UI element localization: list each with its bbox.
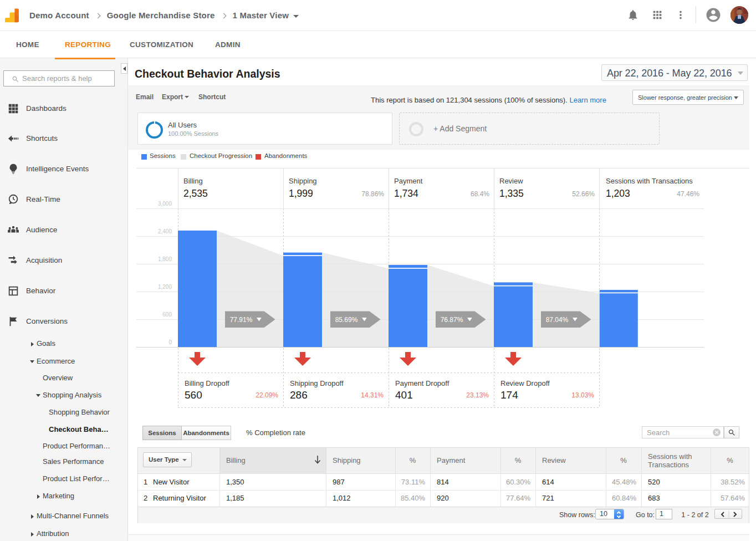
svg-text:0: 0 [168, 339, 172, 345]
svg-text:Billing Dropoff: Billing Dropoff [185, 379, 229, 387]
svg-text:Payment Dropoff: Payment Dropoff [395, 379, 449, 387]
svg-text:85.69%: 85.69% [335, 316, 358, 324]
svg-text:1,203: 1,203 [606, 188, 630, 199]
svg-text:3,000: 3,000 [158, 201, 172, 207]
svg-text:Review Dropoff: Review Dropoff [500, 379, 550, 387]
svg-text:77.91%: 77.91% [230, 316, 253, 324]
svg-text:78.86%: 78.86% [361, 190, 384, 198]
svg-text:23.13%: 23.13% [466, 391, 489, 399]
svg-text:22.09%: 22.09% [256, 391, 278, 399]
svg-text:Shipping Dropoff: Shipping Dropoff [290, 379, 344, 387]
svg-text:1,800: 1,800 [158, 256, 172, 262]
svg-text:1,335: 1,335 [499, 188, 524, 199]
svg-text:52.66%: 52.66% [572, 190, 595, 198]
svg-text:68.4%: 68.4% [471, 190, 489, 198]
svg-text:Shipping: Shipping [289, 177, 317, 185]
svg-text:1,200: 1,200 [158, 284, 172, 290]
svg-text:Review: Review [499, 177, 523, 185]
svg-text:2,535: 2,535 [183, 188, 208, 199]
svg-text:401: 401 [395, 389, 413, 401]
svg-text:87.04%: 87.04% [546, 316, 569, 324]
svg-text:47.46%: 47.46% [677, 190, 699, 198]
svg-text:600: 600 [162, 312, 172, 318]
svg-text:Payment: Payment [394, 177, 423, 185]
svg-text:560: 560 [185, 389, 202, 401]
svg-text:1,734: 1,734 [394, 188, 418, 199]
svg-text:76.87%: 76.87% [441, 316, 463, 324]
svg-text:13.03%: 13.03% [571, 391, 594, 399]
svg-text:286: 286 [290, 389, 308, 401]
svg-text:1,999: 1,999 [289, 188, 313, 199]
svg-text:Billing: Billing [183, 177, 203, 185]
svg-text:Sessions with Transactions: Sessions with Transactions [606, 177, 693, 185]
svg-text:2,400: 2,400 [158, 228, 172, 234]
svg-text:14.31%: 14.31% [361, 391, 384, 399]
svg-text:174: 174 [500, 389, 518, 401]
